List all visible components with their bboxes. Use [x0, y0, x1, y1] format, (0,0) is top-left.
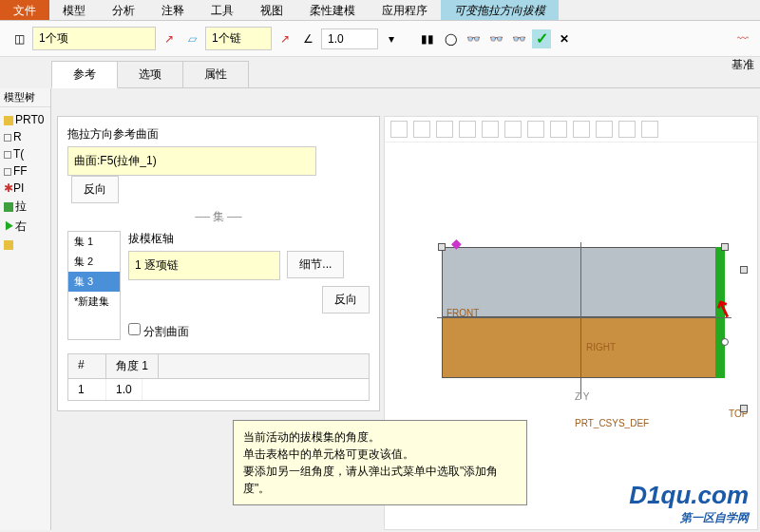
anchor-icon[interactable]: ◆ [451, 236, 462, 251]
model-tree-sidebar: 模型树 PRT0 R T( FF ✱PI 拉 ▶右 [0, 88, 51, 530]
angle-input[interactable] [321, 28, 378, 49]
tree-item-extrude[interactable]: 拉 [2, 197, 48, 217]
tab-reference[interactable]: 参考 [51, 61, 118, 88]
set-1[interactable]: 集 1 [68, 232, 120, 252]
watermark-main: D1qu.com [629, 481, 749, 509]
menu-view[interactable]: 视图 [247, 0, 296, 20]
label-front: FRONT [446, 308, 479, 318]
vp-icon-9[interactable] [573, 121, 590, 138]
glasses2-icon[interactable]: 👓 [486, 29, 505, 48]
sets-list: 集 1 集 2 集 3 *新建集 [67, 231, 121, 340]
ref-icon[interactable]: ◫ [10, 29, 28, 48]
tree-item-t[interactable]: T( [2, 145, 48, 162]
model-face-top[interactable] [442, 247, 717, 317]
flip2-icon[interactable]: ↗ [276, 29, 294, 48]
ok-button[interactable]: ✓ [532, 29, 551, 48]
set-separator: ── 集 ── [67, 209, 370, 225]
tree-item-right[interactable]: ▶右 [2, 217, 48, 237]
vp-icon-5[interactable] [482, 121, 499, 138]
set-2[interactable]: 集 2 [68, 252, 120, 272]
menu-tools[interactable]: 工具 [198, 0, 247, 20]
new-set[interactable]: *新建集 [68, 292, 120, 312]
angle-icon[interactable]: ∠ [298, 29, 317, 48]
label-right: RIGHT [586, 342, 616, 352]
drag-handle-1[interactable] [438, 243, 446, 251]
menu-file[interactable]: 文件 [0, 0, 49, 20]
tree-item-extra[interactable] [2, 237, 48, 252]
ref-surface-label: 拖拉方向参考曲面 [67, 126, 370, 142]
chain-collector[interactable]: 1个链 [205, 27, 272, 50]
vp-icon-3[interactable] [436, 121, 453, 138]
reverse-button-1[interactable]: 反向 [71, 176, 119, 203]
tab-options[interactable]: 选项 [117, 61, 183, 87]
cell-angle[interactable]: 1.0 [106, 379, 142, 400]
glasses1-icon[interactable]: 👓 [464, 29, 483, 48]
reference-panel: 拖拉方向参考曲面 曲面:F5(拉伸_1) 反向 ── 集 ── 集 1 集 2 … [57, 116, 380, 411]
menu-annotate[interactable]: 注释 [148, 0, 198, 20]
cancel-button[interactable]: ✕ [555, 29, 574, 48]
watermark: D1qu.com 第一区自学网 [629, 481, 749, 526]
basis-label[interactable]: 基准 [730, 51, 756, 79]
drag-handle-5[interactable] [740, 405, 748, 412]
reverse-button-2[interactable]: 反向 [322, 286, 370, 314]
tree-item-r[interactable]: R [2, 128, 48, 145]
wave-icon[interactable]: 〰 [730, 27, 756, 51]
split-checkbox[interactable] [128, 323, 141, 335]
drag-handle-4[interactable] [740, 266, 748, 274]
col-index[interactable]: # [68, 354, 106, 378]
vp-icon-6[interactable] [504, 121, 522, 138]
pause-icon[interactable]: ▮▮ [418, 29, 437, 48]
menu-bar: 文件 模型 分析 注释 工具 视图 柔性建模 应用程序 可变拖拉方向拔模 [0, 0, 760, 21]
vp-icon-8[interactable] [550, 121, 567, 138]
vp-icon-7[interactable] [527, 121, 544, 138]
item-collector[interactable]: 1个项 [32, 27, 156, 50]
ref-surface-input[interactable]: 曲面:F5(拉伸_1) [67, 146, 316, 176]
table-row[interactable]: 1 1.0 [68, 379, 369, 400]
vp-icon-11[interactable] [618, 121, 636, 138]
vp-icon-4[interactable] [459, 121, 476, 138]
tree-item-prt[interactable]: PRT0 [2, 111, 48, 128]
dropdown-icon[interactable]: ▾ [382, 29, 401, 48]
tree-item-ff[interactable]: FF [2, 162, 48, 180]
right-panel: 〰 基准 [730, 27, 756, 79]
axis-vertical [580, 242, 581, 399]
tab-properties[interactable]: 属性 [182, 61, 249, 87]
axis-label: 拔模枢轴 [128, 231, 370, 247]
panel-tabs: 参考 选项 属性 [51, 61, 760, 88]
angle-table: # 角度 1 1 1.0 [67, 353, 370, 401]
detail-button[interactable]: 细节... [287, 251, 344, 278]
glasses3-icon[interactable]: 👓 [509, 29, 528, 48]
vp-icon-10[interactable] [596, 121, 613, 138]
drag-handle-2[interactable] [721, 243, 729, 251]
col-angle[interactable]: 角度 1 [106, 354, 159, 378]
drag-handle-3[interactable] [721, 338, 729, 346]
flip-icon[interactable]: ↗ [160, 29, 179, 48]
tooltip: 当前活动的拔模集的角度。 单击表格中的单元格可更改该值。 要添加另一组角度，请从… [233, 420, 527, 505]
model-face-bottom[interactable] [442, 317, 717, 378]
tree-item-pi[interactable]: ✱PI [2, 180, 48, 197]
menu-analysis[interactable]: 分析 [99, 0, 148, 20]
menu-model[interactable]: 模型 [49, 0, 99, 20]
vp-icon-12[interactable] [641, 121, 658, 138]
menu-apps[interactable]: 应用程序 [369, 0, 441, 20]
split-label: 分割曲面 [143, 325, 189, 338]
feature-toolbar: ◫ 1个项 ↗ ▱ 1个链 ↗ ∠ ▾ ▮▮ ◯ 👓 👓 👓 ✓ ✕ [0, 21, 760, 57]
menu-draft[interactable]: 可变拖拉方向拔模 [441, 0, 559, 20]
axis-input[interactable]: 1 逐项链 [128, 251, 280, 280]
label-zy: Z Y [575, 391, 589, 402]
tree-title: 模型树 [0, 88, 50, 107]
viewport-toolbar [385, 117, 757, 142]
circle-icon[interactable]: ◯ [441, 29, 460, 48]
menu-flex[interactable]: 柔性建模 [296, 0, 369, 20]
cell-index: 1 [68, 379, 106, 400]
axis-horizontal [437, 317, 732, 318]
plane-icon[interactable]: ▱ [182, 29, 201, 48]
label-csys: PRT_CSYS_DEF [575, 418, 649, 428]
vp-icon-2[interactable] [413, 121, 430, 138]
vp-icon-1[interactable] [390, 121, 408, 138]
set-3[interactable]: 集 3 [68, 272, 120, 292]
watermark-sub: 第一区自学网 [629, 510, 749, 526]
